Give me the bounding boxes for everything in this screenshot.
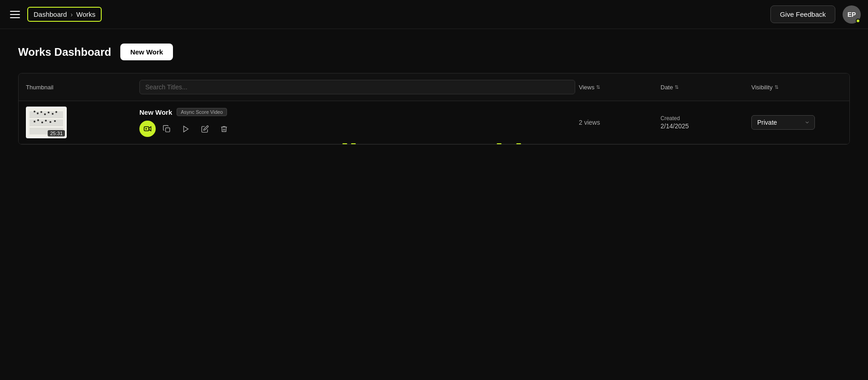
thumbnail-duration: 25:31 — [48, 130, 65, 136]
visibility-select[interactable]: Private Public Unlisted — [751, 115, 815, 130]
breadcrumb-separator: › — [70, 11, 73, 18]
avatar-initials: EP — [848, 11, 856, 18]
views-cell: 2 views — [579, 119, 661, 126]
play-button[interactable] — [178, 121, 194, 137]
date-cell: Created 2/14/2025 — [661, 115, 751, 130]
work-title-row: New Work Async Score Video — [139, 108, 579, 116]
nav-left: Dashboard › Works — [7, 7, 102, 22]
col-visibility[interactable]: Visibility ⇅ — [751, 80, 842, 94]
main-content: Works Dashboard New Work Thumbnail Views… — [0, 29, 868, 159]
svg-point-17 — [37, 112, 39, 114]
nav-right: Give Feedback EP — [770, 5, 861, 24]
avatar-status-dot — [856, 19, 860, 23]
svg-rect-31 — [165, 127, 169, 132]
svg-point-26 — [45, 120, 47, 122]
page-header: Works Dashboard New Work — [18, 44, 850, 60]
svg-point-27 — [49, 121, 51, 123]
works-table: Thumbnail Views ⇅ Date ⇅ Visibility ⇅ — [18, 73, 850, 145]
col-views[interactable]: Views ⇅ — [579, 80, 661, 94]
date-sort-icon: ⇅ — [675, 84, 679, 90]
user-avatar-button[interactable]: EP — [843, 5, 861, 24]
work-info-cell: New Work Async Score Video — [139, 108, 579, 137]
svg-point-30 — [146, 128, 147, 130]
table-header: Thumbnail Views ⇅ Date ⇅ Visibility ⇅ — [19, 73, 849, 101]
thumbnail-cell: 25:31 — [26, 107, 139, 138]
date-value: 2/14/2025 — [661, 122, 751, 130]
play-icon — [182, 125, 190, 133]
date-label: Created — [661, 115, 751, 122]
svg-point-18 — [40, 111, 42, 113]
new-work-button[interactable]: New Work — [120, 44, 173, 60]
svg-point-24 — [37, 119, 39, 121]
svg-point-28 — [54, 120, 56, 122]
edit-pencil-icon — [201, 125, 209, 133]
video-camera-icon — [143, 125, 152, 133]
edit-score-video-button[interactable] — [139, 121, 156, 137]
trash-icon — [220, 125, 228, 133]
svg-rect-29 — [144, 127, 149, 131]
breadcrumb-dashboard-link[interactable]: Dashboard — [34, 10, 67, 18]
work-actions — [139, 121, 579, 137]
svg-point-19 — [44, 113, 46, 115]
edit-score-video-tooltip: Edit Score Video — [308, 137, 560, 145]
svg-point-25 — [41, 122, 43, 123]
work-title: New Work — [139, 108, 172, 116]
duplicate-button[interactable] — [158, 121, 175, 137]
breadcrumb-current: Works — [76, 10, 95, 18]
svg-point-16 — [34, 111, 35, 112]
edit-button[interactable] — [197, 121, 213, 137]
col-date[interactable]: Date ⇅ — [661, 80, 751, 94]
views-sort-icon: ⇅ — [596, 84, 600, 90]
visibility-sort-icon: ⇅ — [774, 84, 779, 90]
top-navigation: Dashboard › Works Give Feedback EP — [0, 0, 868, 29]
work-type-badge: Async Score Video — [177, 108, 227, 116]
svg-point-20 — [48, 112, 49, 113]
visibility-cell: Private Public Unlisted — [751, 115, 842, 130]
delete-button[interactable] — [216, 121, 232, 137]
svg-marker-32 — [183, 126, 188, 132]
page-title: Works Dashboard — [18, 46, 111, 58]
col-thumbnail: Thumbnail — [26, 80, 139, 94]
col-search — [139, 80, 579, 94]
breadcrumb: Dashboard › Works — [27, 7, 102, 22]
thumbnail-image[interactable]: 25:31 — [26, 107, 67, 138]
duplicate-icon — [163, 125, 171, 133]
menu-icon-button[interactable] — [7, 8, 23, 21]
svg-point-21 — [52, 113, 54, 115]
svg-point-22 — [55, 111, 57, 113]
search-input[interactable] — [139, 80, 575, 94]
views-count: 2 views — [579, 119, 600, 126]
svg-point-23 — [34, 121, 35, 122]
table-row: 25:31 New Work Async Score Video — [19, 101, 849, 144]
give-feedback-button[interactable]: Give Feedback — [770, 5, 835, 23]
